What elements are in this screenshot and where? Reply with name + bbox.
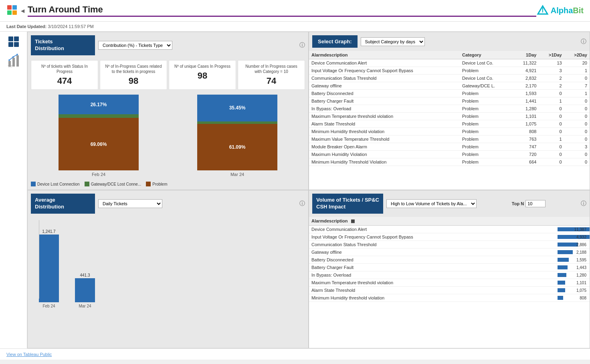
svg-text:TAT: TAT (8, 65, 13, 67)
td-1day: 1,280 (513, 105, 539, 113)
svg-point-14 (12, 56, 14, 58)
select-graph-table-container[interactable]: Alarmdescription Category 1Day >1Day >2D… (309, 51, 590, 190)
stat-category-10: Number of In Progress cases with Categor… (238, 60, 305, 90)
select-graph-table: Alarmdescription Category 1Day >1Day >2D… (309, 51, 590, 166)
stat-value-2: 98 (103, 76, 164, 86)
vol-td-bar: 808 (558, 294, 590, 301)
vol-td-desc: Minimum Humidity threshold violation (309, 294, 558, 301)
chart-feb24: 26.17% 69.06% Feb 24 (31, 95, 166, 177)
td-2day-plus: 1 (564, 90, 590, 97)
daily-tickets-dropdown[interactable]: Daily Tickets (98, 199, 162, 208)
td-desc: Gateway offline (309, 82, 460, 90)
table-row: Maximum Value Temperature Threshold Prob… (309, 135, 590, 143)
legend-color-green (85, 182, 89, 186)
list-item: Gateway offline 2,188 (309, 248, 590, 256)
avg-info-icon[interactable]: ⓘ (299, 200, 305, 207)
bar-feb24: 26.17% 69.06% (59, 95, 139, 170)
brand-logo: AlphaBit (536, 4, 584, 17)
volume-table-container[interactable]: Alarmdescription ▦ Device Communication … (309, 217, 590, 348)
td-2day-plus: 0 (564, 105, 590, 113)
svg-point-15 (16, 54, 18, 55)
td-category: Problem (460, 105, 513, 113)
svg-rect-6 (8, 36, 13, 41)
vol-td-bar: 2,886 (558, 241, 590, 248)
legend-color-brown (146, 182, 151, 186)
legend-gateway: Gateway/DCE Lost Conne... (85, 182, 141, 186)
th-1day: 1Day (513, 51, 539, 59)
td-2day-plus: 0 (564, 97, 590, 105)
table-row: In Bypass: Overload Problem 1,280 0 0 (309, 105, 590, 113)
table-row: Battery Disconnected Problem 1,593 0 1 (309, 90, 590, 97)
td-desc: Module Breaker Open Alarm (309, 143, 460, 151)
vol-td-bar: 1,101 (558, 279, 590, 286)
avg-distribution-header: AverageDistribution Daily Tickets ⓘ (28, 190, 308, 217)
vol-th-value (558, 217, 590, 226)
stats-row: Nº of tickets with Status In Progress 47… (28, 59, 308, 91)
chart-area: 26.17% 69.06% Feb 24 35.45% 61.09% Mar 2… (28, 91, 308, 180)
volume-table: Alarmdescription ▦ Device Communication … (309, 217, 590, 302)
stat-label-4: Number of In Progress cases with Categor… (241, 64, 301, 74)
select-graph-info-icon[interactable]: ⓘ (581, 38, 586, 45)
legend-color-blue (31, 182, 36, 186)
legend-label-green: Gateway/DCE Lost Conne... (91, 182, 141, 186)
sub-header: Last Date Updated: 3/10/2024 11:59:57 PM (0, 22, 590, 32)
bar-blue-feb: 26.17% (59, 95, 139, 115)
td-1day: 2,832 (513, 75, 539, 82)
legend-label-brown: Problem (152, 182, 167, 186)
table-row: Maximum Humidity Violation Problem 720 0… (309, 151, 590, 158)
legend-label-blue: Device Lost Connection (37, 182, 80, 186)
sidebar-icon-dashboard[interactable] (8, 36, 20, 49)
vol-td-bar: 1,443 (558, 263, 590, 271)
table-row: Module Breaker Open Alarm Problem 747 0 … (309, 143, 590, 151)
vol-td-desc: Alarm State Threshold (309, 286, 558, 294)
td-category: Problem (460, 151, 513, 158)
topn-input[interactable] (525, 200, 546, 207)
volume-header: Volume of Tickets / SP&CCSH Impact High … (309, 190, 590, 217)
volume-info-icon[interactable]: ⓘ (581, 200, 586, 207)
th-2day-plus: >2Day (564, 51, 590, 59)
vol-td-desc: Gateway offline (309, 248, 558, 256)
td-1day-plus: 3 (539, 67, 564, 75)
view-public-label[interactable]: View on Tableau Public (6, 352, 52, 357)
td-1day-plus: 0 (539, 105, 564, 113)
td-category: Problem (460, 90, 513, 97)
td-desc: Alarm State Threshold (309, 120, 460, 128)
subject-category-dropdown[interactable]: Subject Category by days (361, 37, 425, 46)
td-desc: Maximum Temperature threshold violation (309, 113, 460, 120)
avg-chart-area: 1,241.7 Feb 24 441.3 Mar 24 (28, 217, 308, 348)
td-2day-plus: 20 (564, 59, 590, 67)
bar-green-feb (59, 114, 139, 118)
svg-rect-9 (14, 42, 19, 47)
average-distribution-panel: AverageDistribution Daily Tickets ⓘ 1,24… (27, 190, 309, 348)
td-1day: 2,170 (513, 82, 539, 90)
vol-td-bar: 11,387 (558, 225, 590, 233)
td-1day: 747 (513, 143, 539, 151)
volume-dropdown[interactable]: High to Low Volume of Tickets by Ala... (386, 199, 477, 208)
list-item: Battery Charger Fault 1,443 (309, 263, 590, 271)
td-2day-plus: 7 (564, 82, 590, 90)
svg-rect-8 (8, 42, 13, 47)
tickets-distribution-title: TicketsDistribution (31, 35, 95, 55)
sidebar-icon-chart[interactable]: TAT (8, 53, 20, 69)
td-1day: 808 (513, 128, 539, 135)
table-row: Device Communication Alert Device Lost C… (309, 59, 590, 67)
vol-td-bar: 1,280 (558, 271, 590, 279)
vertical-bar (39, 235, 59, 302)
list-item: Alarm State Threshold 1,075 (309, 286, 590, 294)
dashboard-grid: TicketsDistribution Contribution (%) - T… (27, 32, 590, 348)
table-row: Gateway offline Gateway/DCE L. 2,170 2 7 (309, 82, 590, 90)
vol-td-desc: Battery Charger Fault (309, 263, 558, 271)
apps-icon[interactable] (6, 4, 18, 17)
left-sidebar: TAT (0, 32, 27, 348)
filter-icon[interactable]: ▦ (351, 218, 355, 223)
stat-label-1: Nº of tickets with Status In Progress (34, 64, 95, 74)
td-2day-plus: 0 (564, 75, 590, 82)
td-1day-plus: 1 (539, 97, 564, 105)
tickets-info-icon[interactable]: ⓘ (299, 42, 305, 49)
vol-td-desc: Device Communication Alert (309, 225, 558, 233)
td-desc: Maximum Humidity Violation (309, 151, 460, 158)
td-category: Device Lost Co. (460, 75, 513, 82)
vol-td-desc: Input Voltage Or Frequency Cannot Suppor… (309, 233, 558, 241)
tickets-type-dropdown[interactable]: Contribution (%) - Tickets Type (98, 41, 172, 50)
back-icon[interactable]: ◀ (21, 8, 24, 14)
